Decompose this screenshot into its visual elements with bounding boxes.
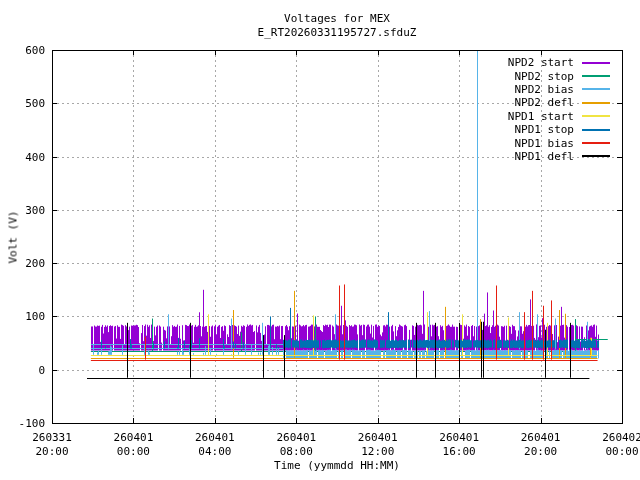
legend-line-icon [582,142,610,144]
legend-label: NPD1 bias [514,138,574,149]
legend-line-icon [582,129,610,131]
chart-subtitle: E_RT20260331195727.sfduZ [52,26,622,39]
legend-item-npd2-bias: NPD2 bias [508,83,610,96]
x-axis-label: Time (yymmdd HH:MM) [52,459,622,472]
gnuplot-voltage-chart: Voltages for MEX E_RT20260331195727.sfdu… [0,0,640,480]
legend-item-npd1-bias: NPD1 bias [508,136,610,149]
legend-label: NPD2 defl [514,97,574,108]
legend-line-icon [582,102,610,104]
legend-label: NPD1 defl [514,151,574,162]
legend-label: NPD2 start [508,57,574,68]
chart-title: Voltages for MEX [52,12,622,25]
legend-item-npd1-start: NPD1 start [508,110,610,123]
legend-label: NPD1 stop [514,124,574,135]
legend-item-npd1-defl: NPD1 defl [508,150,610,163]
legend: NPD2 start NPD2 stop NPD2 bias NPD2 defl… [508,56,610,163]
legend-line-icon [582,115,610,117]
y-axis-label: Volt (V) [7,211,20,264]
legend-label: NPD1 start [508,111,574,122]
legend-item-npd2-start: NPD2 start [508,56,610,69]
legend-line-icon [582,88,610,90]
legend-line-icon [582,62,610,64]
legend-item-npd1-stop: NPD1 stop [508,123,610,136]
legend-item-npd2-stop: NPD2 stop [508,69,610,82]
legend-line-icon [582,75,610,77]
legend-label: NPD2 bias [514,84,574,95]
legend-label: NPD2 stop [514,71,574,82]
legend-item-npd2-defl: NPD2 defl [508,96,610,109]
legend-line-icon [582,155,610,157]
